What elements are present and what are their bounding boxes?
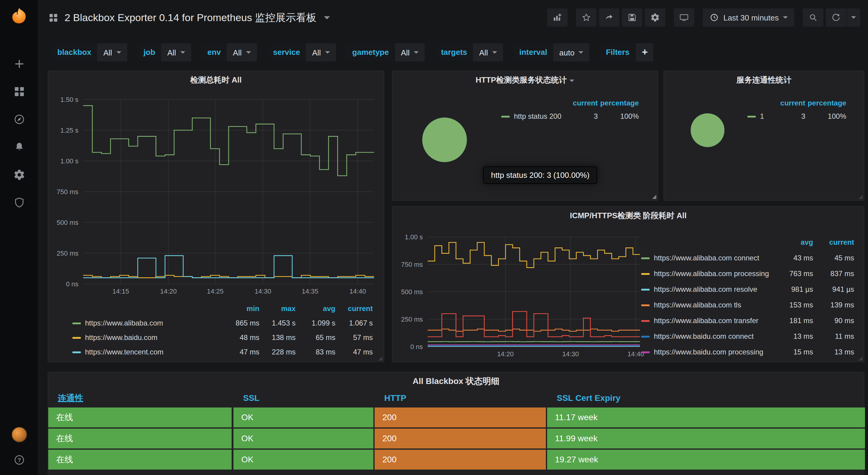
pie-chart[interactable] (422, 117, 467, 162)
save-button[interactable] (622, 8, 642, 27)
panel-title[interactable]: 检测总耗时 All (48, 75, 384, 86)
column-header[interactable]: SSL (234, 393, 373, 403)
dashboard-settings-button[interactable] (645, 8, 665, 27)
alerting-bell-icon[interactable] (12, 140, 26, 154)
svg-text:1.25 s: 1.25 s (60, 127, 79, 134)
legend-row: https://www.alibaba.com 865 ms 1.453 s 1… (72, 316, 373, 330)
pie-chart[interactable] (691, 113, 724, 147)
panel-resize-handle[interactable] (652, 195, 656, 199)
var-value-dropdown[interactable]: All (227, 43, 257, 62)
table-cell: 在线 (48, 450, 231, 470)
series-name[interactable]: https://www.alibaba.com transfer (654, 316, 776, 325)
legend-header: current percentage (747, 96, 846, 110)
var-value-dropdown[interactable]: All (395, 43, 425, 62)
adhoc-filters: Filters + (600, 43, 654, 62)
svg-text:14:25: 14:25 (207, 287, 223, 295)
dashboard-header: 2 Blackbox Exporter 0.14 for Prometheus … (38, 0, 868, 35)
zoom-out-button[interactable] (803, 8, 824, 27)
table-cell: 200 (375, 450, 546, 470)
dashboards-icon[interactable] (12, 85, 26, 98)
grafana-dashboard: 2 Blackbox Exporter 0.14 for Prometheus … (0, 0, 868, 475)
series-color-dash (641, 351, 650, 353)
panel-resize-handle[interactable] (858, 356, 863, 361)
panel-resize-handle[interactable] (378, 356, 382, 361)
var-value-dropdown[interactable]: All (473, 43, 503, 62)
series-name[interactable]: https://www.alibaba.com (85, 319, 226, 327)
panel-http-status-pie: HTTP检测类服务状态统计 current percentage http st… (392, 71, 658, 201)
add-panel-button[interactable] (547, 8, 568, 27)
legend-row: https://www.alibaba.com tls 153 ms 139 m… (641, 297, 854, 313)
panel-resize-handle[interactable] (858, 195, 863, 199)
series-name[interactable]: https://www.baidu.com processing (654, 348, 776, 356)
var-value-dropdown[interactable]: All (306, 43, 336, 62)
configuration-gear-icon[interactable] (12, 168, 26, 181)
var-label: targets (435, 43, 473, 62)
create-icon[interactable] (12, 57, 26, 71)
grafana-logo-icon[interactable] (9, 7, 29, 27)
table-cell: 200 (375, 407, 546, 428)
slice-label[interactable]: 1 (760, 112, 776, 121)
refresh-button[interactable] (826, 8, 846, 27)
dashboard-title[interactable]: 2 Blackbox Exporter 0.14 for Prometheus … (65, 10, 316, 25)
series-color-dash (72, 322, 81, 324)
panel-menu-caret-icon[interactable] (570, 79, 575, 82)
refresh-interval-caret-button[interactable] (847, 8, 860, 27)
sidebar (0, 0, 38, 475)
line-chart[interactable]: 1.50 s1.25 s1.00 s750 ms500 ms250 ms0 ns… (48, 71, 384, 307)
svg-text:0 ns: 0 ns (410, 343, 423, 350)
column-header[interactable]: 连通性 (48, 393, 231, 404)
star-button[interactable] (576, 8, 596, 27)
panel-stage-duration: ICMP/HTTPS检测类 阶段耗时 All 1.00 s750 ms500 m… (392, 206, 864, 362)
cycle-view-mode-button[interactable] (674, 8, 694, 27)
sidebar-nav (12, 57, 26, 209)
legend-row: https://www.baidu.com processing 15 ms 1… (641, 344, 854, 360)
series-color-dash (641, 320, 650, 321)
var-value-dropdown[interactable]: auto (553, 43, 590, 62)
svg-text:14:35: 14:35 (302, 287, 318, 295)
dashboard-picker-grid-icon[interactable] (48, 12, 59, 23)
legend-row: 1 3 100% (747, 110, 846, 123)
var-label: interval (513, 43, 553, 62)
panel-title[interactable]: ICMP/HTTPS检测类 阶段耗时 All (393, 210, 864, 221)
svg-text:250 ms: 250 ms (401, 315, 423, 323)
var-label: env (202, 43, 227, 62)
share-button[interactable] (599, 8, 619, 27)
table-header: 连通性 SSL HTTP SSL Cert Expiry (48, 393, 864, 405)
var-value-dropdown[interactable]: All (97, 43, 127, 62)
series-name[interactable]: https://www.alibaba.com connect (654, 254, 776, 262)
slice-label[interactable]: http status 200 (514, 112, 569, 121)
var-job: job All (137, 43, 191, 62)
var-gametype: gametype All (346, 43, 425, 62)
column-header[interactable]: SSL Cert Expiry (547, 393, 865, 403)
title-caret-down-icon[interactable] (323, 16, 330, 19)
help-icon[interactable] (12, 453, 26, 467)
clock-icon (709, 13, 719, 22)
series-name[interactable]: https://www.alibaba.com processing (654, 269, 776, 278)
svg-text:0 ns: 0 ns (66, 280, 79, 288)
series-color-dash (747, 115, 756, 117)
legend-row: https://www.alibaba.com connect 43 ms 45… (641, 250, 854, 266)
legend-row: https://www.alibaba.com transfer 181 ms … (641, 313, 854, 329)
column-header[interactable]: HTTP (375, 393, 546, 403)
var-value-dropdown[interactable]: All (161, 43, 191, 62)
server-admin-shield-icon[interactable] (12, 196, 26, 209)
series-color-dash (72, 351, 81, 353)
svg-text:1.00 s: 1.00 s (60, 157, 79, 165)
series-name[interactable]: https://www.baidu.com (85, 333, 226, 342)
add-filter-button[interactable]: + (636, 43, 654, 62)
table-cell: OK (234, 450, 373, 470)
series-color-dash (501, 115, 510, 117)
series-name[interactable]: https://www.tencent.com (85, 348, 226, 356)
svg-text:750 ms: 750 ms (57, 188, 79, 196)
panel-title[interactable]: All Blackbox 状态明细 (48, 376, 864, 387)
series-name[interactable]: https://www.alibaba.com tls (654, 301, 776, 309)
panel-title[interactable]: 服务连通性统计 (664, 75, 864, 86)
series-name[interactable]: https://www.alibaba.com resolve (654, 285, 776, 294)
time-range-label: Last 30 minutes (723, 13, 779, 22)
explore-icon[interactable] (12, 113, 26, 126)
caret-down-icon (180, 51, 185, 54)
panel-title[interactable]: HTTP检测类服务状态统计 (393, 75, 657, 86)
series-name[interactable]: https://www.baidu.com connect (654, 332, 776, 341)
user-avatar[interactable] (11, 427, 27, 442)
time-range-button[interactable]: Last 30 minutes (703, 8, 795, 27)
